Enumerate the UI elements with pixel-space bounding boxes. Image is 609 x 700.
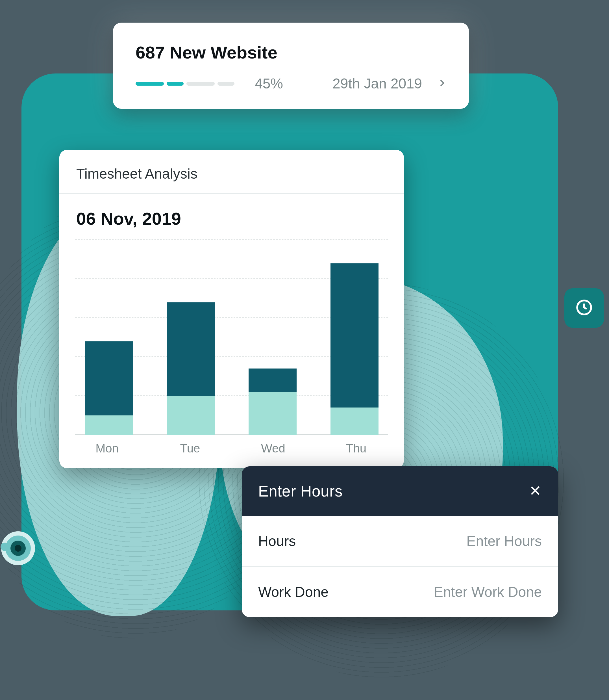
- bar-segment-secondary: [330, 408, 379, 435]
- progress-bar: [136, 82, 234, 86]
- workdone-label: Work Done: [258, 584, 329, 600]
- modal-title: Enter Hours: [258, 482, 343, 500]
- project-summary-card[interactable]: 687 New Website 45% 29th Jan 2019: [113, 22, 469, 109]
- bar-segment-primary: [167, 302, 215, 396]
- bar-segment-primary: [248, 369, 297, 392]
- analysis-date: 06 Nov, 2019: [59, 194, 404, 237]
- chart-x-axis: MonTueWedThu: [83, 442, 380, 455]
- bar-segment-primary: [85, 341, 133, 415]
- project-title: 687 New Website: [136, 42, 446, 63]
- bar-segment-primary: [330, 263, 379, 408]
- hours-input[interactable]: [372, 533, 542, 549]
- chart-bar[interactable]: [167, 302, 215, 435]
- close-button[interactable]: [529, 484, 542, 498]
- enter-hours-modal: Enter Hours Hours Work Done: [242, 466, 558, 617]
- x-axis-label: Tue: [166, 442, 214, 455]
- x-axis-label: Thu: [332, 442, 380, 455]
- clock-button[interactable]: [564, 288, 604, 328]
- radar-widget: [1, 531, 35, 565]
- hours-row[interactable]: Hours: [242, 516, 558, 567]
- chevron-right-icon[interactable]: [437, 77, 446, 90]
- progress-percent: 45%: [255, 75, 283, 92]
- close-icon: [529, 493, 542, 498]
- chart-bar[interactable]: [85, 341, 133, 435]
- x-axis-label: Wed: [249, 442, 297, 455]
- workdone-row[interactable]: Work Done: [242, 567, 558, 617]
- timesheet-analysis-card: Timesheet Analysis 06 Nov, 2019 MonTueWe…: [59, 150, 404, 468]
- clock-icon: [575, 298, 593, 318]
- chart-bar[interactable]: [330, 263, 379, 435]
- bar-segment-secondary: [248, 392, 297, 435]
- project-date: 29th Jan 2019: [332, 75, 422, 92]
- analysis-title: Timesheet Analysis: [59, 150, 404, 194]
- bar-segment-secondary: [85, 415, 133, 435]
- chart-area: [75, 240, 388, 435]
- chart-bar[interactable]: [248, 369, 297, 435]
- x-axis-label: Mon: [83, 442, 131, 455]
- workdone-input[interactable]: [372, 584, 542, 600]
- hours-label: Hours: [258, 533, 296, 549]
- bar-segment-secondary: [167, 396, 215, 435]
